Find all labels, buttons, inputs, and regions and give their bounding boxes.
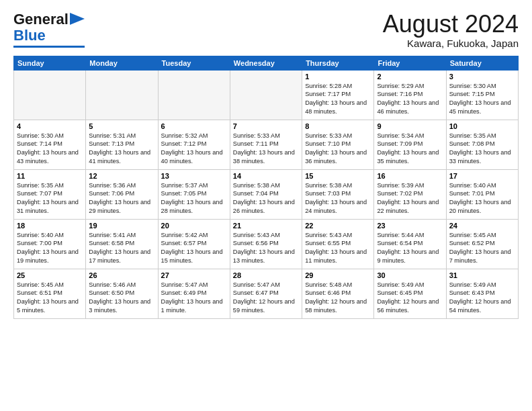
day-info: Sunrise: 5:38 AM Sunset: 7:04 PM Dayligh… — [233, 181, 299, 216]
header-monday: Monday — [86, 56, 158, 70]
day-info: Sunrise: 5:39 AM Sunset: 7:02 PM Dayligh… — [377, 181, 443, 216]
week-row-2: 11Sunrise: 5:35 AM Sunset: 7:07 PM Dayli… — [14, 169, 519, 219]
week-row-1: 4Sunrise: 5:30 AM Sunset: 7:14 PM Daylig… — [14, 120, 519, 169]
calendar-location: Kawara, Fukuoka, Japan — [383, 38, 519, 49]
day-info: Sunrise: 5:36 AM Sunset: 7:06 PM Dayligh… — [89, 181, 154, 216]
day-number: 19 — [89, 222, 154, 230]
svg-marker-0 — [70, 13, 85, 25]
day-info: Sunrise: 5:48 AM Sunset: 6:46 PM Dayligh… — [305, 281, 371, 316]
day-info: Sunrise: 5:29 AM Sunset: 7:16 PM Dayligh… — [377, 82, 443, 117]
day-number: 14 — [233, 172, 299, 180]
day-info: Sunrise: 5:30 AM Sunset: 7:15 PM Dayligh… — [449, 82, 515, 117]
day-info: Sunrise: 5:47 AM Sunset: 6:47 PM Dayligh… — [233, 281, 299, 316]
day-info: Sunrise: 5:43 AM Sunset: 6:56 PM Dayligh… — [233, 231, 299, 266]
day-info: Sunrise: 5:34 AM Sunset: 7:09 PM Dayligh… — [377, 132, 443, 167]
title-block: August 2024 Kawara, Fukuoka, Japan — [383, 11, 519, 49]
day-number: 31 — [449, 271, 515, 279]
header-wednesday: Wednesday — [230, 56, 302, 70]
day-cell-w3-d2: 20Sunrise: 5:42 AM Sunset: 6:57 PM Dayli… — [158, 219, 230, 269]
day-cell-w0-d5: 2Sunrise: 5:29 AM Sunset: 7:16 PM Daylig… — [374, 70, 446, 120]
day-number: 13 — [161, 172, 227, 180]
day-number: 5 — [89, 122, 154, 130]
day-cell-w4-d5: 30Sunrise: 5:49 AM Sunset: 6:45 PM Dayli… — [374, 269, 446, 318]
day-number: 22 — [305, 222, 371, 230]
day-info: Sunrise: 5:46 AM Sunset: 6:50 PM Dayligh… — [89, 281, 154, 316]
day-cell-w0-d2 — [158, 70, 230, 120]
header: General Blue August 2024 Kawara, Fukuoka… — [13, 11, 519, 49]
day-cell-w3-d6: 24Sunrise: 5:45 AM Sunset: 6:52 PM Dayli… — [446, 219, 518, 269]
day-number: 30 — [377, 271, 443, 279]
day-cell-w2-d0: 11Sunrise: 5:35 AM Sunset: 7:07 PM Dayli… — [14, 169, 86, 219]
day-cell-w3-d5: 23Sunrise: 5:44 AM Sunset: 6:54 PM Dayli… — [374, 219, 446, 269]
day-cell-w0-d1 — [86, 70, 158, 120]
day-info: Sunrise: 5:37 AM Sunset: 7:05 PM Dayligh… — [161, 181, 227, 216]
header-friday: Friday — [374, 56, 446, 70]
day-info: Sunrise: 5:45 AM Sunset: 6:51 PM Dayligh… — [17, 281, 83, 316]
day-number: 29 — [305, 271, 371, 279]
day-cell-w0-d4: 1Sunrise: 5:28 AM Sunset: 7:17 PM Daylig… — [302, 70, 374, 120]
day-info: Sunrise: 5:33 AM Sunset: 7:10 PM Dayligh… — [305, 132, 371, 167]
weekday-header-row: Sunday Monday Tuesday Wednesday Thursday… — [14, 56, 519, 70]
header-sunday: Sunday — [14, 56, 86, 70]
day-info: Sunrise: 5:33 AM Sunset: 7:11 PM Dayligh… — [233, 132, 299, 167]
week-row-0: 1Sunrise: 5:28 AM Sunset: 7:17 PM Daylig… — [14, 70, 519, 120]
day-cell-w4-d0: 25Sunrise: 5:45 AM Sunset: 6:51 PM Dayli… — [14, 269, 86, 318]
day-number: 17 — [449, 172, 515, 180]
day-number: 23 — [377, 222, 443, 230]
day-cell-w0-d0 — [14, 70, 86, 120]
day-info: Sunrise: 5:35 AM Sunset: 7:07 PM Dayligh… — [17, 181, 83, 216]
day-cell-w1-d6: 10Sunrise: 5:35 AM Sunset: 7:08 PM Dayli… — [446, 120, 518, 169]
day-info: Sunrise: 5:41 AM Sunset: 6:58 PM Dayligh… — [89, 231, 154, 266]
day-cell-w1-d1: 5Sunrise: 5:31 AM Sunset: 7:13 PM Daylig… — [86, 120, 158, 169]
day-number: 7 — [233, 122, 299, 130]
day-cell-w1-d5: 9Sunrise: 5:34 AM Sunset: 7:09 PM Daylig… — [374, 120, 446, 169]
day-cell-w0-d6: 3Sunrise: 5:30 AM Sunset: 7:15 PM Daylig… — [446, 70, 518, 120]
day-cell-w2-d4: 15Sunrise: 5:38 AM Sunset: 7:03 PM Dayli… — [302, 169, 374, 219]
week-row-4: 25Sunrise: 5:45 AM Sunset: 6:51 PM Dayli… — [14, 269, 519, 318]
day-number: 26 — [89, 271, 154, 279]
day-info: Sunrise: 5:31 AM Sunset: 7:13 PM Dayligh… — [89, 132, 154, 167]
day-number: 10 — [449, 122, 515, 130]
day-number: 11 — [17, 172, 83, 180]
day-number: 2 — [377, 73, 443, 81]
day-cell-w2-d5: 16Sunrise: 5:39 AM Sunset: 7:02 PM Dayli… — [374, 169, 446, 219]
week-row-3: 18Sunrise: 5:40 AM Sunset: 7:00 PM Dayli… — [14, 219, 519, 269]
day-info: Sunrise: 5:28 AM Sunset: 7:17 PM Dayligh… — [305, 82, 371, 117]
day-info: Sunrise: 5:32 AM Sunset: 7:12 PM Dayligh… — [161, 132, 227, 167]
day-cell-w3-d4: 22Sunrise: 5:43 AM Sunset: 6:55 PM Dayli… — [302, 219, 374, 269]
day-info: Sunrise: 5:40 AM Sunset: 7:01 PM Dayligh… — [449, 181, 515, 216]
calendar-table: Sunday Monday Tuesday Wednesday Thursday… — [13, 56, 519, 319]
day-number: 9 — [377, 122, 443, 130]
day-info: Sunrise: 5:45 AM Sunset: 6:52 PM Dayligh… — [449, 231, 515, 266]
day-cell-w4-d1: 26Sunrise: 5:46 AM Sunset: 6:50 PM Dayli… — [86, 269, 158, 318]
day-info: Sunrise: 5:49 AM Sunset: 6:43 PM Dayligh… — [449, 281, 515, 316]
calendar-title: August 2024 — [383, 11, 519, 38]
day-cell-w4-d4: 29Sunrise: 5:48 AM Sunset: 6:46 PM Dayli… — [302, 269, 374, 318]
header-saturday: Saturday — [446, 56, 518, 70]
header-tuesday: Tuesday — [158, 56, 230, 70]
logo-underline — [13, 46, 85, 48]
day-cell-w2-d1: 12Sunrise: 5:36 AM Sunset: 7:06 PM Dayli… — [86, 169, 158, 219]
day-info: Sunrise: 5:40 AM Sunset: 7:00 PM Dayligh… — [17, 231, 83, 266]
day-cell-w2-d2: 13Sunrise: 5:37 AM Sunset: 7:05 PM Dayli… — [158, 169, 230, 219]
day-number: 21 — [233, 222, 299, 230]
day-cell-w1-d2: 6Sunrise: 5:32 AM Sunset: 7:12 PM Daylig… — [158, 120, 230, 169]
day-cell-w3-d1: 19Sunrise: 5:41 AM Sunset: 6:58 PM Dayli… — [86, 219, 158, 269]
day-number: 20 — [161, 222, 227, 230]
day-cell-w4-d6: 31Sunrise: 5:49 AM Sunset: 6:43 PM Dayli… — [446, 269, 518, 318]
day-cell-w4-d3: 28Sunrise: 5:47 AM Sunset: 6:47 PM Dayli… — [230, 269, 302, 318]
day-cell-w1-d0: 4Sunrise: 5:30 AM Sunset: 7:14 PM Daylig… — [14, 120, 86, 169]
logo-general: General — [13, 11, 69, 28]
day-number: 27 — [161, 271, 227, 279]
day-info: Sunrise: 5:35 AM Sunset: 7:08 PM Dayligh… — [449, 132, 515, 167]
day-number: 8 — [305, 122, 371, 130]
day-number: 15 — [305, 172, 371, 180]
day-number: 18 — [17, 222, 83, 230]
day-cell-w0-d3 — [230, 70, 302, 120]
day-number: 6 — [161, 122, 227, 130]
day-number: 1 — [305, 73, 371, 81]
day-info: Sunrise: 5:49 AM Sunset: 6:45 PM Dayligh… — [377, 281, 443, 316]
day-cell-w3-d0: 18Sunrise: 5:40 AM Sunset: 7:00 PM Dayli… — [14, 219, 86, 269]
day-number: 4 — [17, 122, 83, 130]
day-info: Sunrise: 5:38 AM Sunset: 7:03 PM Dayligh… — [305, 181, 371, 216]
